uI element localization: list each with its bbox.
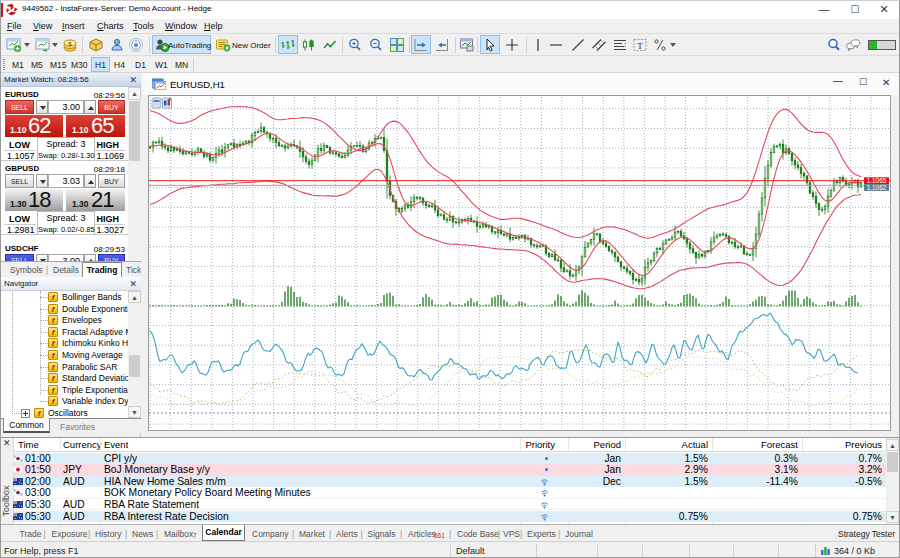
svg-text:T: T	[637, 41, 643, 51]
svg-text:1.1062: 1.1062	[867, 184, 887, 191]
